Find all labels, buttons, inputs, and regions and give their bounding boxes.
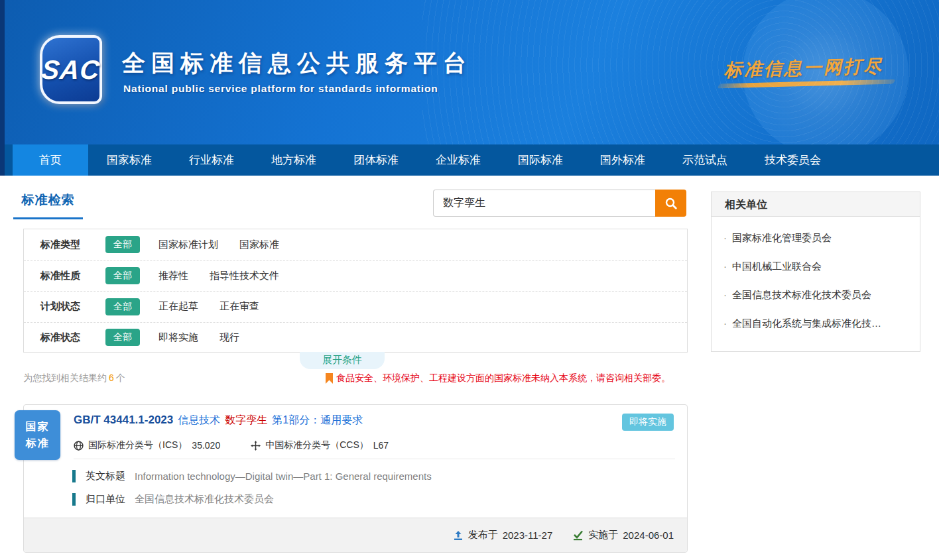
notice-text: 食品安全、环境保护、工程建设方面的国家标准未纳入本系统，请咨询相关部委。: [336, 372, 670, 384]
ics-label: 国际标准分类号（ICS）: [88, 439, 187, 451]
card-divider: [74, 459, 675, 459]
related-units-title: 相关单位: [712, 192, 920, 217]
search-section-tab[interactable]: 标准检索: [13, 192, 83, 219]
filter-option[interactable]: 正在审查: [219, 300, 259, 313]
upload-icon: [453, 530, 464, 541]
filter-row-plan-status: 计划状态 全部 正在起草 正在审查: [24, 291, 687, 322]
card-footer: 发布于 2023-11-27 实施于 2024-06-01: [24, 518, 687, 552]
related-units-list: ·国家标准化管理委员会 ·中国机械工业联合会 ·全国信息技术标准化技术委员会 ·…: [712, 217, 920, 337]
search-icon: [664, 197, 678, 210]
card-title-row: GB/T 43441.1-2023 信息技术 数字孪生 第1部分：通用要求 即将…: [74, 414, 674, 431]
standard-title-link[interactable]: GB/T 43441.1-2023 信息技术 数字孪生 第1部分：通用要求: [74, 414, 622, 427]
info-label: 归口单位: [86, 493, 125, 506]
sidebar-item-label: 全国自动化系统与集成标准化技…: [732, 317, 881, 329]
sac-logo-text: SAC: [40, 55, 101, 85]
sidebar-item-automation-committee[interactable]: ·全国自动化系统与集成标准化技…: [712, 309, 920, 337]
filter-row-standard-nature: 标准性质 全部 推荐性 指导性技术文件: [24, 260, 687, 292]
site-title-zh: 全国标准信息公共服务平台: [122, 48, 472, 79]
results-count: 6: [109, 372, 114, 383]
nav-item-group-standards[interactable]: 团体标准: [335, 144, 417, 176]
standard-type-badge[interactable]: 国家 标准: [15, 410, 60, 460]
slogan-text: 标准信息一网打尽: [724, 53, 917, 82]
nav-item-national-standards[interactable]: 国家标准: [88, 144, 170, 176]
search-button[interactable]: [655, 190, 686, 217]
related-units-panel: 相关单位 ·国家标准化管理委员会 ·中国机械工业联合会 ·全国信息技术标准化技术…: [711, 192, 920, 352]
site-title-en: National public service platform for sta…: [123, 83, 438, 95]
page: SAC 全国标准信息公共服务平台 National public service…: [0, 0, 939, 560]
ics-item: 国际标准分类号（ICS） 35.020: [74, 439, 220, 451]
left-edge-strip: [0, 0, 5, 176]
info-label: 英文标题: [86, 470, 125, 482]
nav-item-pilot[interactable]: 示范试点: [664, 144, 746, 176]
filter-all-badge[interactable]: 全部: [105, 236, 140, 253]
implemented-date-group: 实施于 2024-06-01: [572, 529, 674, 541]
teal-accent-bar: [72, 470, 76, 482]
nav-item-foreign-standards[interactable]: 国外标准: [582, 144, 664, 176]
filter-option[interactable]: 国家标准: [239, 239, 279, 251]
nav-item-local-standards[interactable]: 地方标准: [253, 144, 335, 176]
search-section-title: 标准检索: [22, 193, 75, 207]
sidebar-item-label: 国家标准化管理委员会: [732, 232, 832, 243]
bullet: ·: [723, 289, 727, 300]
sidebar-item-label: 中国机械工业联合会: [732, 260, 822, 272]
bullet: ·: [723, 232, 727, 243]
main-nav: 首页 国家标准 行业标准 地方标准 团体标准 企业标准 国际标准 国外标准 示范…: [0, 144, 939, 176]
info-value: Information technology—Digital twin—Part…: [135, 471, 432, 482]
globe-icon: [74, 441, 84, 451]
published-date: 2023-11-27: [503, 530, 553, 541]
bullet: ·: [723, 260, 727, 272]
ics-value: 35.020: [192, 440, 220, 451]
nav-item-enterprise-standards[interactable]: 企业标准: [417, 144, 499, 176]
nav-item-home[interactable]: 首页: [13, 144, 88, 176]
check-icon: [572, 530, 584, 541]
site-header: SAC 全国标准信息公共服务平台 National public service…: [0, 0, 939, 144]
sidebar-item-sac[interactable]: ·国家标准化管理委员会: [712, 223, 920, 252]
implemented-date: 2024-06-01: [623, 530, 674, 541]
sidebar-item-label: 全国信息技术标准化技术委员会: [732, 289, 871, 300]
english-title-row: 英文标题 Information technology—Digital twin…: [72, 470, 687, 482]
ccs-item: 中国标准分类号（CCS） L67: [251, 439, 389, 451]
standard-code: GB/T 43441.1-2023: [74, 414, 173, 427]
compass-arrows-icon: [251, 441, 261, 451]
filter-all-badge[interactable]: 全部: [105, 298, 140, 315]
implemented-label: 实施于: [588, 529, 618, 541]
filter-option[interactable]: 国家标准计划: [158, 239, 218, 251]
nav-item-international-standards[interactable]: 国际标准: [499, 144, 582, 176]
card-body: GB/T 43441.1-2023 信息技术 数字孪生 第1部分：通用要求 即将…: [24, 405, 687, 451]
published-date-group: 发布于 2023-11-27: [453, 529, 553, 541]
filter-label: 标准性质: [40, 270, 105, 282]
sac-logo[interactable]: SAC: [40, 35, 102, 104]
expand-conditions-button[interactable]: 展开条件: [300, 352, 385, 369]
title-segment: 第1部分：通用要求: [272, 414, 363, 427]
search-group: [433, 190, 686, 217]
filter-all-badge[interactable]: 全部: [105, 329, 140, 346]
sidebar-item-machinery-federation[interactable]: ·中国机械工业联合会: [712, 252, 920, 280]
filter-label: 计划状态: [40, 300, 105, 313]
title-highlight: 数字孪生: [225, 414, 267, 427]
result-card: 国家 标准 GB/T 43441.1-2023 信息技术 数字孪生 第1部分：通…: [23, 404, 688, 553]
type-badge-line1: 国家: [15, 419, 60, 435]
type-badge-line2: 标准: [15, 435, 60, 452]
filter-row-standard-status: 标准状态 全部 即将实施 现行: [24, 322, 687, 353]
results-summary-row: 为您找到相关结果约6个 食品安全、环境保护、工程建设方面的国家标准未纳入本系统，…: [23, 371, 688, 386]
system-notice: 食品安全、环境保护、工程建设方面的国家标准未纳入本系统，请咨询相关部委。: [326, 372, 670, 384]
filter-option[interactable]: 现行: [219, 331, 239, 344]
committee-row: 归口单位 全国信息技术标准化技术委员会: [72, 493, 687, 506]
sidebar-item-it-committee[interactable]: ·全国信息技术标准化技术委员会: [712, 280, 920, 309]
filter-label: 标准类型: [40, 239, 105, 251]
filter-option[interactable]: 推荐性: [158, 270, 188, 282]
search-input[interactable]: [433, 190, 655, 217]
globe-graphic: [743, 0, 908, 144]
filter-all-badge[interactable]: 全部: [105, 267, 140, 284]
classification-row: 国际标准分类号（ICS） 35.020 中国标准: [74, 439, 674, 451]
filter-option[interactable]: 正在起草: [158, 300, 198, 313]
filter-option[interactable]: 指导性技术文件: [210, 270, 279, 282]
bullet: ·: [723, 317, 727, 329]
nav-item-industry-standards[interactable]: 行业标准: [170, 144, 253, 176]
filter-option[interactable]: 即将实施: [158, 331, 198, 344]
slogan-underline: [717, 80, 896, 89]
nav-item-technical-committee[interactable]: 技术委员会: [746, 144, 840, 176]
bookmark-icon: [326, 373, 333, 384]
summary-prefix: 为您找到相关结果约: [23, 372, 107, 383]
ccs-value: L67: [373, 440, 389, 451]
